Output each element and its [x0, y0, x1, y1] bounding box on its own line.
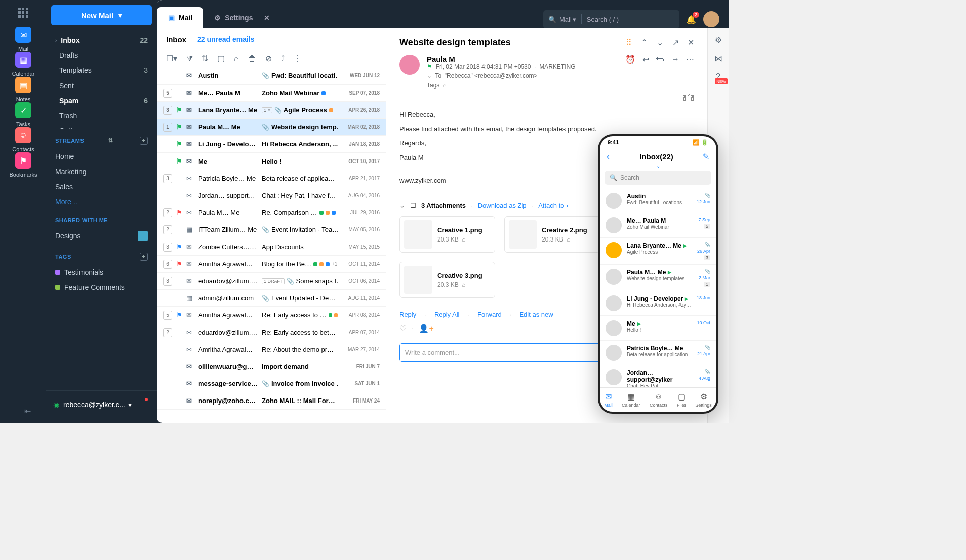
phone-message-row[interactable]: Jordan… support@zylkerChat: Hey Pat 📎4 A… — [600, 365, 716, 387]
tag-feature-comments[interactable]: Feature Comments — [46, 280, 157, 295]
close-icon[interactable]: ✕ — [688, 38, 694, 47]
folder-inbox[interactable]: ›Inbox22 — [46, 33, 157, 48]
shared-designs[interactable]: Designs — [46, 227, 157, 245]
tab-settings[interactable]: ⚙Settings✕ — [203, 7, 281, 28]
flag-icon[interactable]: ⚑ — [176, 346, 182, 353]
flag-icon[interactable]: ⚑ — [176, 72, 182, 79]
phone-message-row[interactable]: Li Jung - Developer ▶Hi Rebecca Anderson… — [600, 291, 716, 316]
flag-icon[interactable]: ⚑ — [176, 209, 182, 216]
folder-trash[interactable]: Trash — [46, 108, 157, 123]
forward-button[interactable]: Forward — [477, 311, 502, 318]
move-icon[interactable]: ⤴ — [281, 54, 285, 63]
apps-grid-icon[interactable] — [18, 8, 28, 18]
tag-icon[interactable]: ⌂ — [234, 54, 239, 63]
message-row[interactable]: ⚑ ✉ Li Jung - Developer Hi Rebecca Ander… — [157, 136, 386, 153]
share-icon[interactable]: �်� — [399, 94, 694, 103]
message-row[interactable]: 1 ⚑ ✉ Paula M… Me 📎Website design temp… … — [157, 119, 386, 136]
folder-drafts[interactable]: Drafts — [46, 48, 157, 63]
phone-message-row[interactable]: Patricia Boyle… MeBeta release for appli… — [600, 341, 716, 365]
prev-icon[interactable]: ⌃ — [641, 38, 648, 47]
flag-icon[interactable]: ⚑ — [176, 106, 182, 114]
like-icon[interactable]: ♡ — [399, 324, 407, 333]
stream-sales[interactable]: Sales — [46, 179, 157, 194]
message-row[interactable]: 3 ⚑ ✉ eduardov@zillum.c… 1 DRAFT📎Some sn… — [157, 273, 386, 290]
notifications-icon[interactable]: 🔔2 — [686, 15, 696, 24]
flag-icon[interactable]: ⚑ — [176, 329, 182, 336]
archive-icon[interactable]: ▢ — [217, 54, 225, 63]
message-row[interactable]: 3 ⚑ ✉ Lana Bryante… Me 1 ≡📎Agile Process… — [157, 102, 386, 119]
flag-icon[interactable]: ⚑ — [176, 140, 182, 148]
integrations-icon[interactable]: ⠿ — [626, 38, 632, 47]
message-row[interactable]: 2 ⚑ ▦ ITTeam Zillum… Me 📎Event Invitatio… — [157, 221, 386, 238]
close-icon[interactable]: ✕ — [264, 14, 270, 22]
tag-testimonials[interactable]: Testimonials — [46, 265, 157, 280]
attachment[interactable]: Creative 1.png20.3 KB ⌂ — [399, 216, 495, 253]
sort-icon[interactable]: ⇅ — [108, 137, 113, 144]
search-box[interactable]: 🔍 Mail▾ Search ( / ) — [543, 10, 679, 28]
phone-nav-contacts[interactable]: ☺Contacts — [650, 392, 668, 408]
unread-count[interactable]: 22 unread emails — [197, 35, 255, 43]
rail-mail[interactable]: ✉Mail — [9, 27, 37, 52]
folder-sent[interactable]: Sent — [46, 78, 157, 93]
phone-search[interactable]: 🔍Search — [605, 171, 711, 185]
rail-calendar[interactable]: ▦Calendar — [9, 52, 37, 77]
delete-icon[interactable]: 🗑 — [248, 54, 256, 63]
chevron-down-icon[interactable]: ⌄ — [600, 163, 716, 169]
add-stream-button[interactable]: + — [140, 137, 148, 145]
phone-nav-files[interactable]: ▢Files — [677, 392, 686, 408]
message-row[interactable]: ⚑ ✉ Amritha Agrawal… Re: About the demo … — [157, 341, 386, 358]
forward-icon[interactable]: → — [671, 55, 679, 89]
download-zip-link[interactable]: Download as Zip — [478, 202, 527, 209]
more-icon[interactable]: ⋯ — [686, 55, 694, 89]
flag-icon[interactable]: ⚑ — [176, 123, 182, 131]
phone-nav-settings[interactable]: ⚙Settings — [695, 392, 712, 408]
message-row[interactable]: ⚑ ✉ Me Hello ! Oct 10, 2017 — [157, 153, 386, 170]
more-icon[interactable]: ⋮ — [294, 54, 302, 63]
message-row[interactable]: 2 ⚑ ✉ eduardov@zillum.c… Re: Early acces… — [157, 324, 386, 341]
invite-icon[interactable]: 👤+ — [419, 324, 433, 333]
phone-message-row[interactable]: Paula M… Me ▶Website design templates 📎2… — [600, 265, 716, 291]
phone-nav-mail[interactable]: ✉Mail — [604, 392, 613, 408]
message-row[interactable]: ⚑ ✉ olilienwuaru@gmai… Import demand Fri… — [157, 358, 386, 375]
flag-icon[interactable]: ⚑ — [176, 243, 182, 251]
rail-tasks[interactable]: ✓Tasks — [9, 102, 37, 127]
phone-message-row[interactable]: Me ▶Hello ! 10 Oct — [600, 316, 716, 341]
message-row[interactable]: ⚑ ✉ Austin 📎Fwd: Beautiful locati… Wed J… — [157, 67, 386, 85]
flag-icon[interactable]: ⚑ — [176, 192, 182, 199]
stream-marketing[interactable]: Marketing — [46, 164, 157, 179]
add-tag-button[interactable]: + — [140, 253, 148, 261]
message-row[interactable]: 5 ⚑ ✉ Amritha Agrawal… Re: Early access … — [157, 307, 386, 324]
attach-to-link[interactable]: Attach to › — [538, 202, 568, 209]
rail-bookmarks[interactable]: ⚑Bookmarks — [9, 152, 37, 178]
stream-home[interactable]: Home — [46, 149, 157, 164]
integrations-icon[interactable]: ⋈ — [714, 54, 722, 63]
reply-icon[interactable]: ↩ — [642, 55, 649, 89]
folder-outbox[interactable]: Outbox — [46, 123, 157, 129]
flag-icon[interactable]: ⚑ — [176, 380, 182, 387]
select-all-checkbox[interactable]: ☐▾ — [166, 54, 177, 63]
spam-icon[interactable]: ⊘ — [265, 54, 272, 63]
expand-icon[interactable]: ⌄ — [399, 202, 405, 209]
reply-all-button[interactable]: Reply All — [434, 311, 460, 318]
folder-spam[interactable]: Spam6 — [46, 93, 157, 108]
tag-icon[interactable]: ⌂ — [462, 236, 465, 243]
flag-icon[interactable]: ⚑ — [427, 63, 432, 70]
flag-icon[interactable]: ⚑ — [176, 175, 182, 182]
reply-all-icon[interactable]: ⮪ — [656, 55, 664, 89]
collapse-icon[interactable]: ⇤ — [24, 406, 31, 416]
popout-icon[interactable]: ↗ — [672, 38, 679, 47]
phone-message-row[interactable]: Lana Bryante… Me ▶Agile Process 📎26 Apr3 — [600, 238, 716, 265]
flag-icon[interactable]: ⚑ — [176, 397, 182, 405]
message-row[interactable]: 5 ⚑ ✉ Me… Paula M Zoho Mail Webinar Sep … — [157, 85, 386, 102]
message-row[interactable]: ⚑ ▦ admin@zillum.com 📎Event Updated - De… — [157, 290, 386, 307]
flag-icon[interactable]: ⚑ — [176, 363, 182, 370]
next-icon[interactable]: ⌄ — [657, 38, 663, 47]
checkbox[interactable]: ☐ — [410, 202, 416, 209]
user-bar[interactable]: ◉ rebecca@zylker.c… ▾ — [46, 390, 157, 418]
attachment[interactable]: Creative 3.png20.3 KB ⌂ — [399, 262, 495, 298]
tag-icon[interactable]: ⌂ — [462, 281, 465, 288]
message-row[interactable]: 3 ⚑ ✉ Zombie Cutters… le… App Discounts … — [157, 238, 386, 256]
new-mail-button[interactable]: New Mail▾ — [51, 5, 152, 25]
message-row[interactable]: ⚑ ✉ Jordan… support@z… Chat : Hey Pat, I… — [157, 187, 386, 204]
folder-templates[interactable]: Templates3 — [46, 63, 157, 78]
